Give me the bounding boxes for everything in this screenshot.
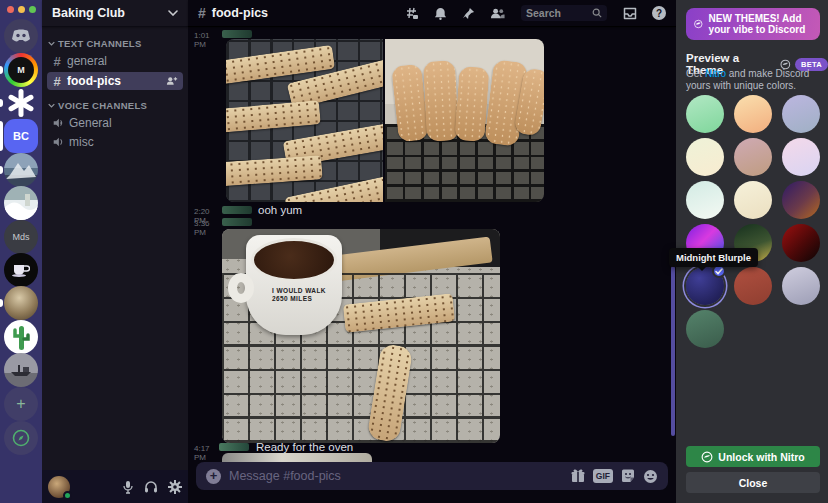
- nitro-link[interactable]: Nitro: [705, 68, 726, 79]
- swatch-color: [782, 267, 820, 305]
- hash-icon: #: [52, 74, 62, 89]
- explore-servers-button[interactable]: [4, 421, 38, 455]
- theme-preview-panel: NEW THEMES! Add your vibe to Discord Pre…: [676, 0, 828, 503]
- chat-scrollbar[interactable]: [671, 266, 675, 436]
- window-close-button[interactable]: [7, 6, 14, 13]
- teacup-icon: [12, 263, 30, 277]
- server-icon-asterisk[interactable]: [4, 86, 38, 120]
- server-icon-lake-photo[interactable]: [4, 186, 38, 220]
- unlock-with-nitro-button[interactable]: Unlock with Nitro: [686, 446, 820, 467]
- theme-swatch-4[interactable]: [686, 138, 724, 176]
- help-icon[interactable]: ?: [652, 6, 666, 20]
- inbox-icon[interactable]: [623, 7, 637, 20]
- subtext-pre: Get: [686, 68, 705, 79]
- attachment-image-biscotti-on-rack[interactable]: [385, 39, 544, 202]
- check-icon: [715, 268, 723, 275]
- discord-home-button[interactable]: [4, 19, 38, 53]
- asterisk-icon: [6, 88, 36, 118]
- swatch-color: [686, 181, 724, 219]
- biscotti-slice: [454, 66, 489, 142]
- add-server-button[interactable]: +: [4, 387, 38, 421]
- swatch-color: [686, 95, 724, 133]
- threads-icon[interactable]: [405, 7, 419, 20]
- voice-channel-general[interactable]: General: [47, 114, 183, 132]
- question-glyph: ?: [656, 8, 662, 19]
- member-list-icon[interactable]: [490, 7, 505, 19]
- theme-swatch-12[interactable]: [782, 224, 820, 262]
- chevron-down-icon: [168, 10, 178, 16]
- pinned-messages-icon[interactable]: [462, 7, 475, 20]
- server-header[interactable]: Baking Club: [42, 0, 188, 27]
- cactus-icon: [11, 324, 31, 350]
- gif-button[interactable]: GIF: [593, 469, 613, 483]
- message-timestamp: 1:01 PM: [194, 31, 220, 49]
- attachment-image-partial[interactable]: [222, 453, 372, 462]
- headphones-icon[interactable]: [144, 480, 158, 493]
- chevron-down-icon: [48, 41, 55, 46]
- server-icon-cactus[interactable]: [4, 320, 38, 354]
- window-minimize-button[interactable]: [18, 6, 25, 13]
- theme-swatch-14[interactable]: [734, 267, 772, 305]
- swatch-color: [734, 267, 772, 305]
- invite-member-icon[interactable]: [166, 76, 178, 86]
- attachment-image-coffee-and-biscotti[interactable]: I WOULD WALK 2650 MILES: [222, 229, 500, 443]
- channel-name: General: [69, 116, 112, 130]
- close-label: Close: [739, 477, 768, 489]
- redacted-username: [222, 218, 252, 226]
- emoji-button[interactable]: [643, 469, 658, 484]
- message-timestamp: 4:17 PM: [194, 444, 220, 462]
- close-button[interactable]: Close: [686, 472, 820, 493]
- discord-logo-icon: [11, 29, 31, 43]
- server-icon-ship-photo[interactable]: [4, 353, 38, 387]
- search-placeholder: Search: [526, 7, 588, 19]
- channel-food-pics[interactable]: # food-pics: [47, 72, 183, 90]
- theme-swatch-7[interactable]: [686, 181, 724, 219]
- channel-name: general: [67, 54, 107, 68]
- unread-pill: [0, 166, 3, 174]
- server-icon-baking-club[interactable]: BC: [4, 119, 38, 153]
- theme-swatch-6[interactable]: [782, 138, 820, 176]
- voice-channels-header[interactable]: VOICE CHANNELS: [48, 100, 147, 111]
- theme-tooltip: Midnight Blurple: [669, 248, 758, 267]
- server-icon-m-badge[interactable]: M: [4, 53, 38, 87]
- theme-swatch-15[interactable]: [782, 267, 820, 305]
- server-name: Baking Club: [52, 6, 125, 20]
- chat-area: # food-pics Search ? 1:01 PM: [188, 0, 676, 503]
- gift-button[interactable]: [571, 469, 585, 483]
- attach-file-button[interactable]: +: [206, 469, 221, 484]
- theme-swatch-3[interactable]: [782, 95, 820, 133]
- server-icon-mountain-photo[interactable]: [4, 153, 38, 187]
- tooltip-text: Midnight Blurple: [676, 252, 751, 263]
- theme-swatch-8[interactable]: [734, 181, 772, 219]
- theme-swatch-16[interactable]: [686, 310, 724, 348]
- swatch-color: [782, 181, 820, 219]
- attachment-image-glazed-biscotti[interactable]: [226, 39, 383, 202]
- theme-swatch-9[interactable]: [782, 181, 820, 219]
- swatch-color: [782, 224, 820, 262]
- text-channels-header[interactable]: TEXT CHANNELS: [48, 38, 142, 49]
- theme-swatch-5[interactable]: [734, 138, 772, 176]
- message-text: ooh yum: [258, 204, 302, 216]
- nitro-icon: [694, 16, 703, 32]
- microphone-icon[interactable]: [122, 480, 134, 494]
- theme-swatch-2[interactable]: [734, 95, 772, 133]
- window-zoom-button[interactable]: [29, 6, 36, 13]
- server-icon-mds[interactable]: Mds: [4, 220, 38, 254]
- voice-channel-misc[interactable]: misc: [47, 133, 183, 151]
- search-input[interactable]: Search: [521, 5, 607, 21]
- theme-swatch-midnight-blurple[interactable]: [686, 267, 724, 305]
- message-composer[interactable]: + Message #food-pics GIF: [196, 462, 668, 490]
- swatch-color: [686, 138, 724, 176]
- settings-gear-icon[interactable]: [168, 480, 182, 494]
- new-themes-banner[interactable]: NEW THEMES! Add your vibe to Discord: [686, 8, 820, 40]
- notifications-bell-icon[interactable]: [434, 7, 447, 20]
- channel-general[interactable]: # general: [47, 52, 183, 70]
- server-icon-portrait-painting[interactable]: [4, 286, 38, 320]
- theme-swatch-1[interactable]: [686, 95, 724, 133]
- sticker-button[interactable]: [621, 469, 635, 483]
- nitro-subtext: Get Nitro and make Discord yours with un…: [686, 68, 822, 92]
- user-avatar[interactable]: [48, 476, 70, 498]
- server-icon-teacup[interactable]: [4, 253, 38, 287]
- hash-icon: #: [52, 54, 62, 69]
- message-input-placeholder: Message #food-pics: [229, 469, 563, 483]
